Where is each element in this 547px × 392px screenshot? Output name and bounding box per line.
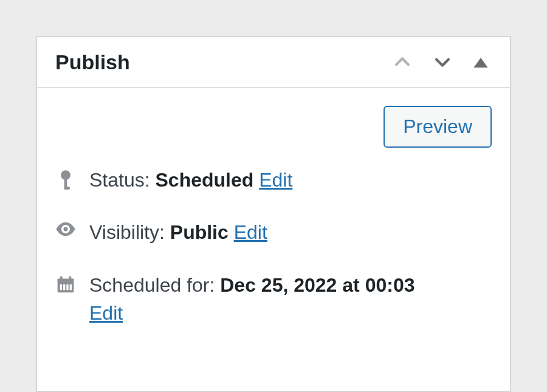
svg-rect-6 [58, 278, 74, 281]
preview-row: Preview [37, 88, 510, 154]
schedule-label: Scheduled for: [89, 274, 215, 296]
svg-rect-11 [66, 284, 68, 290]
chevron-down-icon [432, 52, 453, 72]
svg-marker-0 [473, 58, 487, 67]
chevron-up-icon [392, 52, 413, 72]
svg-rect-9 [60, 284, 62, 290]
toggle-panel-button[interactable] [470, 51, 492, 73]
visibility-label: Visibility: [89, 221, 165, 243]
svg-rect-7 [60, 276, 63, 280]
visibility-text: Visibility: Public Edit [89, 218, 492, 246]
visibility-row: Visibility: Public Edit [37, 206, 510, 258]
schedule-value: Dec 25, 2022 at 00:03 [220, 274, 415, 296]
move-down-button[interactable] [430, 49, 455, 75]
visibility-value: Public [170, 221, 229, 243]
eye-icon [55, 218, 76, 236]
preview-button[interactable]: Preview [384, 106, 492, 148]
schedule-text: Scheduled for: Dec 25, 2022 at 00:03 Edi… [89, 271, 492, 328]
status-value: Scheduled [156, 169, 254, 191]
edit-status-link[interactable]: Edit [259, 169, 292, 191]
edit-visibility-link[interactable]: Edit [234, 221, 267, 243]
status-label: Status: [89, 169, 150, 191]
metabox-title: Publish [55, 50, 130, 74]
svg-point-4 [63, 227, 67, 232]
status-row: Status: Scheduled Edit [37, 154, 510, 206]
publish-metabox: Publish Preview Status: Scheduled Edit [36, 36, 511, 392]
svg-rect-3 [64, 187, 70, 190]
move-up-button[interactable] [390, 49, 415, 75]
metabox-header: Publish [37, 37, 510, 88]
status-text: Status: Scheduled Edit [89, 166, 492, 194]
edit-schedule-link[interactable]: Edit [89, 302, 123, 324]
header-controls [390, 49, 492, 75]
triangle-up-icon [472, 53, 489, 70]
svg-rect-12 [70, 284, 72, 290]
schedule-row: Scheduled for: Dec 25, 2022 at 00:03 Edi… [37, 259, 510, 340]
svg-point-1 [61, 170, 71, 180]
svg-rect-8 [69, 276, 71, 280]
key-icon [55, 166, 76, 190]
calendar-icon [55, 271, 76, 294]
svg-rect-10 [63, 284, 65, 290]
